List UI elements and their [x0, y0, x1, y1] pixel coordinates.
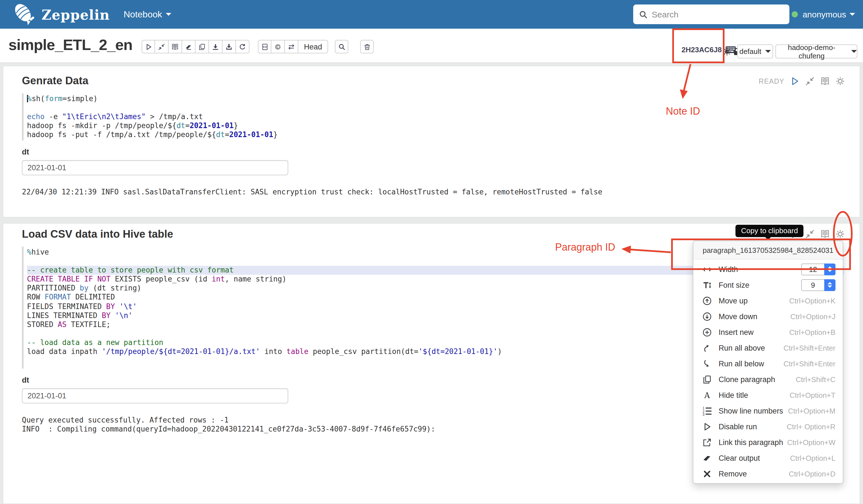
paragraph-title[interactable]: Genrate Data — [22, 66, 860, 87]
run-paragraph-icon[interactable] — [790, 76, 800, 86]
dt-input[interactable] — [22, 161, 288, 176]
chevron-down-icon — [851, 50, 857, 53]
font-size-spinner[interactable]: 9 — [801, 279, 836, 291]
menu-item-link[interactable]: Link this paragraphCtrl+Option+W — [693, 434, 843, 450]
chevron-down-icon — [165, 13, 171, 16]
note-toolbar-main — [141, 40, 249, 53]
clone-button[interactable] — [196, 40, 209, 53]
menu-item-clear-output[interactable]: Clear outputCtrl+Option+L — [693, 450, 843, 466]
menu-item-font-size[interactable]: Font size9 — [693, 277, 843, 293]
user-menu[interactable]: anonymous — [792, 0, 855, 29]
menu-item-hide-title[interactable]: AHide titleCtrl+Option+T — [693, 387, 843, 403]
run-below-icon — [702, 359, 712, 368]
menu-item-move-down[interactable]: Move downCtrl+Option+J — [693, 308, 843, 324]
disable-run-icon — [702, 422, 712, 431]
paragraph-context-menu: paragraph_1613705325984_828524031 Width1… — [693, 240, 843, 484]
trash-button[interactable] — [360, 40, 374, 53]
eraser-button[interactable] — [182, 40, 196, 53]
code-editor[interactable]: %sh(form=simple) echo -e "1\tEric\n2\tJa… — [22, 93, 844, 141]
collapse-paragraph-icon[interactable] — [805, 76, 815, 86]
export-button[interactable] — [223, 40, 236, 53]
dt-input[interactable] — [22, 388, 288, 403]
form-field-label: dt — [22, 148, 860, 156]
compare-button[interactable] — [285, 40, 298, 53]
note-settings-gear-icon[interactable] — [723, 47, 731, 56]
run-all-button[interactable] — [141, 40, 155, 53]
display-mode-dropdown[interactable]: default — [737, 45, 773, 59]
move-down-icon — [702, 312, 712, 321]
navbar: Zeppelin Notebook anonymous — [0, 0, 863, 29]
user-status-dot — [792, 11, 798, 17]
note-search-group — [335, 40, 348, 53]
paragraph-settings-gear-icon[interactable] — [836, 229, 845, 239]
width-spinner[interactable]: 12 — [801, 263, 836, 275]
menu-item-move-up[interactable]: Move upCtrl+Option+K — [693, 293, 843, 308]
code-line[interactable]: hadoop fs -mkdir -p /tmp/people/${dt=202… — [27, 122, 844, 131]
menu-item-run-below[interactable]: Run all belowCtrl+Shift+Enter — [693, 356, 843, 371]
paragraph-output: 22/04/30 12:21:39 INFO sasl.SaslDataTran… — [22, 188, 844, 197]
username: anonymous — [803, 10, 846, 19]
note-trash-group — [360, 40, 374, 53]
brand-title: Zeppelin — [41, 7, 110, 23]
hide-title-icon: A — [702, 390, 712, 400]
code-line[interactable]: echo -e "1\tEric\n2\tJames" > /tmp/a.txt — [27, 112, 844, 121]
notebook-menu[interactable]: Notebook — [124, 0, 171, 29]
collapse-button[interactable] — [155, 40, 168, 53]
paragraph-id-item[interactable]: paragraph_1613705325984_828524031 — [693, 241, 843, 260]
search-box[interactable] — [633, 4, 789, 24]
line-numbers-icon: 123 — [702, 406, 712, 416]
refresh-button[interactable] — [236, 40, 249, 53]
search-icon — [639, 10, 648, 19]
font-size-icon — [702, 280, 712, 290]
paragraph-controls: READY — [759, 76, 845, 86]
menu-item-clone[interactable]: Clone paragraphCtrl+Shift+C — [693, 371, 843, 387]
show-editor-book-icon[interactable] — [820, 76, 830, 86]
width-stepper[interactable] — [824, 263, 836, 275]
interpreter-binding-dropdown[interactable]: hadoop-demo-chufeng — [775, 45, 858, 59]
link-icon — [702, 438, 712, 447]
menu-item-insert-new[interactable]: Insert newCtrl+Option+B — [693, 324, 843, 340]
run-above-icon — [702, 343, 712, 353]
menu-item-line-numbers[interactable]: 123Show line numbersCtrl+Option+M — [693, 403, 843, 419]
clear-output-icon — [702, 453, 712, 463]
font-size-stepper[interactable] — [824, 279, 836, 291]
note-header: simple_ETL_2_en Head 2H23AC6J8 de — [0, 29, 863, 63]
copy-to-clipboard-tooltip: Copy to clipboard — [736, 225, 803, 237]
clone-icon — [702, 375, 712, 384]
insert-new-icon — [702, 327, 712, 337]
head-revision-button[interactable]: Head — [298, 40, 328, 53]
remove-icon — [702, 469, 712, 478]
zeppelin-app: Zeppelin Notebook anonymous simple_ETL_2… — [0, 0, 863, 504]
code-file-button[interactable] — [258, 40, 271, 53]
zeppelin-logo-icon — [11, 2, 36, 27]
note-title[interactable]: simple_ETL_2_en — [9, 37, 132, 54]
zeppelin-brand[interactable]: Zeppelin — [11, 2, 110, 27]
book-button[interactable] — [168, 40, 182, 53]
svg-text:3: 3 — [703, 413, 704, 416]
menu-item-run-above[interactable]: Run all aboveCtrl+Shift+Enter — [693, 340, 843, 356]
paragraph-generate-data: Genrate Data READY %sh(form=simple) echo… — [3, 66, 860, 217]
search-input[interactable] — [652, 10, 775, 19]
collapse-paragraph-icon[interactable] — [805, 229, 815, 239]
paragraph-settings-gear-icon[interactable] — [836, 76, 845, 86]
note-search-button[interactable] — [335, 40, 348, 53]
chevron-down-icon — [765, 50, 771, 53]
svg-text:A: A — [704, 391, 710, 400]
code-line[interactable] — [27, 103, 844, 112]
note-toolbar-version: Head — [258, 40, 328, 53]
chevron-down-icon — [850, 13, 855, 16]
menu-item-disable-run[interactable]: Disable runCtrl+ Option+R — [693, 419, 843, 434]
download-button[interactable] — [209, 40, 223, 53]
paragraph-title[interactable]: Load CSV data into Hive table — [22, 224, 860, 240]
width-icon — [702, 264, 712, 274]
code-line[interactable]: %sh(form=simple) — [27, 94, 844, 103]
code-line[interactable]: hadoop fs -put -f /tmp/a.txt /tmp/people… — [27, 131, 844, 140]
move-up-icon — [702, 296, 712, 305]
commit-button[interactable] — [271, 40, 285, 53]
menu-item-width[interactable]: Width12 — [693, 261, 843, 277]
show-editor-book-icon[interactable] — [820, 229, 830, 239]
context-menu-items: Width12Font size9Move upCtrl+Option+KMov… — [693, 260, 843, 483]
tooltip-caret — [765, 237, 772, 240]
status-badge: READY — [759, 77, 784, 85]
menu-item-remove[interactable]: RemoveCtrl+Option+D — [693, 466, 843, 481]
